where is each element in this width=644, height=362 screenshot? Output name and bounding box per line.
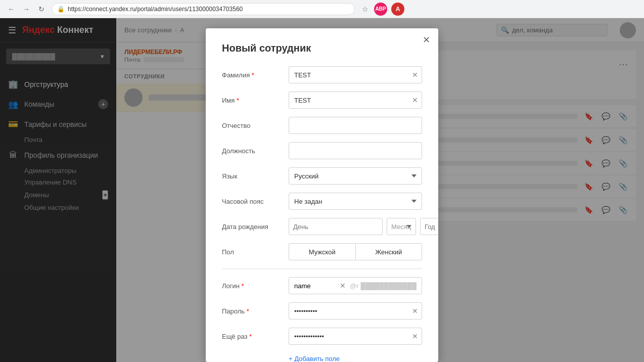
required-marker: *	[252, 71, 254, 79]
add-field-link[interactable]: + Добавить поле	[222, 353, 422, 362]
abp-button[interactable]: АВР	[374, 3, 387, 16]
login-clear-button[interactable]: ✕	[338, 282, 348, 290]
birthday-day-input[interactable]	[289, 218, 383, 235]
position-label: Должность	[222, 147, 283, 155]
password-label: Пароль *	[222, 307, 283, 315]
login-domain: ████████████	[360, 282, 417, 290]
birthday-label: Дата рождения	[222, 223, 283, 231]
last-name-input[interactable]	[289, 66, 422, 83]
star-button[interactable]: ☆	[360, 4, 370, 14]
last-name-control: ✕	[289, 66, 422, 83]
middle-name-control	[289, 117, 422, 134]
language-select[interactable]: Русский	[289, 167, 422, 185]
confirm-label: Ещё раз *	[222, 333, 283, 340]
form-row-password: Пароль * ✕	[222, 302, 422, 320]
new-employee-modal: ✕ Новый сотрудник Фамилия * ✕ Имя * ✕	[206, 28, 438, 362]
last-name-clear-button[interactable]: ✕	[412, 71, 418, 79]
first-name-label: Имя *	[222, 97, 283, 104]
timezone-label: Часовой пояс	[222, 198, 283, 205]
url-bar[interactable]: 🔒 https://connect.yandex.ru/portal/admin…	[52, 3, 355, 15]
timezone-select[interactable]: Не задан	[289, 193, 422, 210]
form-row-middle-name: Отчество	[222, 117, 422, 134]
gender-female-button[interactable]: Женский	[356, 243, 423, 260]
add-field-label: + Добавить поле	[289, 355, 340, 362]
first-name-clear-button[interactable]: ✕	[412, 96, 418, 104]
language-control: Русский	[289, 167, 422, 185]
refresh-button[interactable]: ↻	[36, 4, 47, 14]
forward-button[interactable]: →	[21, 4, 31, 14]
browser-chrome: ← → ↻ 🔒 https://connect.yandex.ru/portal…	[0, 0, 644, 18]
modal-title: Новый сотрудник	[222, 42, 422, 54]
first-name-control: ✕	[289, 92, 422, 109]
gender-label: Пол	[222, 248, 283, 256]
middle-name-input[interactable]	[289, 117, 422, 134]
login-input-wrap: ✕ @r ████████████	[289, 277, 422, 294]
form-row-position: Должность	[222, 142, 422, 159]
form-row-gender: Пол Мужской Женский	[222, 243, 422, 260]
last-name-label: Фамилия *	[222, 71, 283, 79]
position-control	[289, 142, 422, 159]
login-control: ✕ @r ████████████	[289, 277, 422, 294]
middle-name-label: Отчество	[222, 122, 283, 129]
confirm-control: ✕	[289, 328, 422, 345]
confirm-input[interactable]	[289, 328, 422, 345]
login-label: Логин *	[222, 282, 283, 290]
browser-actions: ☆ АВР А	[360, 3, 404, 16]
form-row-timezone: Часовой пояс Не задан	[222, 193, 422, 210]
birthday-month-select[interactable]: Месяц	[387, 218, 416, 235]
form-row-login: Логин * ✕ @r ████████████	[222, 277, 422, 294]
user-avatar-button[interactable]: А	[391, 3, 404, 16]
modal-overlay: ✕ Новый сотрудник Фамилия * ✕ Имя * ✕	[0, 18, 644, 362]
language-label: Язык	[222, 172, 283, 180]
back-button[interactable]: ←	[6, 4, 16, 14]
form-row-language: Язык Русский	[222, 167, 422, 185]
lock-icon: 🔒	[57, 6, 65, 13]
login-input[interactable]	[294, 282, 338, 290]
form-row-first-name: Имя * ✕	[222, 92, 422, 109]
first-name-input[interactable]	[289, 92, 422, 109]
confirm-clear-button[interactable]: ✕	[412, 332, 418, 340]
password-input[interactable]	[289, 302, 422, 320]
birthday-control: Месяц	[289, 218, 438, 235]
gender-control: Мужской Женский	[289, 243, 422, 260]
birthday-year-input[interactable]	[420, 218, 438, 235]
form-row-confirm: Ещё раз * ✕	[222, 328, 422, 345]
form-row-birthday: Дата рождения Месяц	[222, 218, 422, 235]
login-at-separator: @r	[350, 282, 359, 290]
form-row-last-name: Фамилия * ✕	[222, 66, 422, 83]
position-input[interactable]	[289, 142, 422, 159]
url-text: https://connect.yandex.ru/portal/admin/u…	[68, 6, 243, 13]
password-clear-button[interactable]: ✕	[412, 307, 418, 315]
password-control: ✕	[289, 302, 422, 320]
gender-male-button[interactable]: Мужской	[289, 243, 356, 260]
form-divider	[222, 268, 422, 269]
timezone-control: Не задан	[289, 193, 422, 210]
modal-close-button[interactable]: ✕	[423, 34, 430, 46]
